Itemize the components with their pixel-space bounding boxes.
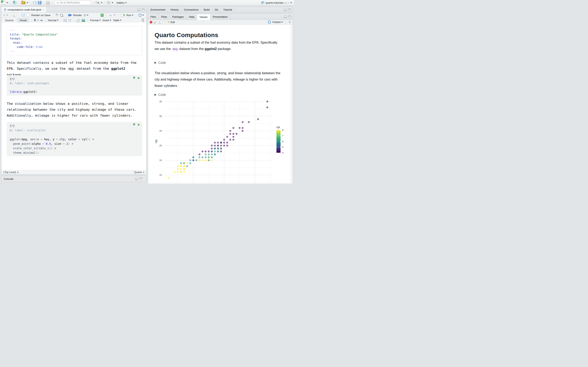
run-chunk-icon[interactable] — [138, 77, 140, 79]
editor-paragraph-1[interactable]: This dataset contains a subset of the fu… — [7, 60, 142, 78]
image-icon[interactable] — [82, 19, 85, 22]
run-all-chunks-above-icon[interactable] — [133, 77, 135, 79]
tab-build[interactable]: Build — [201, 7, 212, 12]
tab-files[interactable]: Files — [148, 14, 159, 20]
save-document-icon[interactable] — [22, 13, 25, 17]
minimize-pane-icon[interactable] — [284, 16, 287, 18]
insert-chunk-button[interactable]: +C — [101, 14, 104, 17]
panes-dropdown[interactable] — [112, 2, 113, 3]
find-replace-icon[interactable] — [60, 14, 63, 17]
code-chunk-scatterplot[interactable]: {r}#| label: scatterplot ggplot(mpg, aes… — [7, 122, 142, 156]
tab-history[interactable]: History — [168, 7, 181, 12]
save-all-button[interactable] — [38, 1, 42, 4]
italic-button[interactable]: I — [38, 19, 39, 22]
render-button[interactable]: Render — [68, 14, 82, 17]
minimize-pane-icon[interactable] — [284, 8, 287, 11]
outline-toggle-icon[interactable] — [141, 19, 144, 22]
y-axis-label: cty — [155, 140, 158, 143]
link-icon[interactable] — [76, 18, 80, 23]
data-point — [214, 145, 216, 146]
editor-visual-canvas[interactable]: ---title: "Quarto Computations"format: h… — [1, 23, 146, 170]
minimize-pane-icon[interactable] — [138, 8, 140, 11]
data-point — [211, 154, 213, 155]
maximize-pane-icon[interactable] — [142, 8, 145, 11]
run-previous-chunks-icon[interactable] — [109, 14, 112, 16]
legend-tick-label: 5 — [282, 146, 283, 148]
open-in-new-window-icon[interactable] — [13, 14, 16, 16]
maximize-pane-icon[interactable] — [139, 178, 142, 180]
print-button[interactable] — [46, 1, 50, 4]
tab-packages[interactable]: Packages — [170, 14, 186, 20]
outline-scope-selector[interactable]: (Top Level) — [3, 171, 18, 174]
code-chunk-load-packages[interactable]: {r}#| label: load-packages library(ggplo… — [7, 75, 142, 96]
addins-button[interactable]: Addins — [116, 1, 127, 4]
data-point — [205, 150, 207, 152]
version-control-button[interactable]: +− G — [95, 1, 99, 4]
clear-viewer-icon[interactable] — [154, 21, 156, 23]
new-file-button[interactable]: + — [2, 1, 5, 4]
document-title: Quarto Computations — [155, 32, 218, 39]
show-in-new-window-icon[interactable] — [159, 21, 162, 24]
data-point — [214, 150, 216, 152]
run-next-chunk-icon[interactable] — [113, 14, 116, 16]
minimize-pane-icon[interactable] — [135, 178, 138, 180]
maximize-pane-icon[interactable] — [288, 16, 291, 18]
editor-tab-title: computations-code-fold.qmd — [8, 8, 41, 11]
new-file-dropdown[interactable] — [7, 2, 8, 3]
tab-viewer[interactable]: Viewer — [197, 14, 210, 20]
tab-plots[interactable]: Plots — [159, 14, 170, 20]
version-control-dropdown[interactable] — [101, 2, 103, 3]
scope-sorter-icon — [17, 171, 18, 173]
editor-paragraph-2[interactable]: The visualization below shows a positive… — [7, 101, 141, 118]
data-point — [226, 142, 228, 143]
render-settings-button[interactable]: ⚙ — [84, 14, 88, 17]
spellcheck-icon[interactable]: ABC✓ — [56, 14, 58, 17]
numbered-list-icon[interactable]: 12 — [68, 19, 71, 22]
open-file-button[interactable] — [21, 1, 25, 4]
tab-presentation[interactable]: Presentation — [210, 14, 230, 20]
save-button[interactable] — [33, 1, 36, 4]
files-tabstrip: FilesPlotsPackagesHelpViewerPresentation — [148, 14, 293, 20]
source-publish-button[interactable] — [139, 14, 144, 17]
tab-git[interactable]: Git — [212, 7, 221, 12]
yaml-front-matter-block[interactable]: ---title: "Quarto Computations"format: h… — [7, 26, 142, 55]
new-project-button[interactable]: + — [13, 1, 17, 4]
code-format-button[interactable]: </> — [40, 19, 43, 22]
tab-environment[interactable]: Environment — [148, 7, 168, 12]
refresh-icon[interactable]: ↻ — [288, 20, 291, 24]
forward-icon[interactable] — [7, 14, 8, 16]
tab-close-icon[interactable]: ✕ — [42, 8, 44, 11]
table-menu[interactable]: Table — [113, 19, 121, 22]
edit-button[interactable]: ✎ Edit — [168, 21, 175, 24]
run-all-chunks-above-icon[interactable] — [133, 124, 135, 125]
stop-icon[interactable]: ✕ — [150, 21, 152, 24]
run-button[interactable]: Run — [121, 14, 134, 17]
back-icon[interactable] — [3, 14, 5, 16]
editor-tab[interactable]: computations-code-fold.qmd ✕ — [1, 7, 46, 12]
format-menu[interactable]: Format — [90, 19, 101, 22]
bullet-list-icon[interactable] — [64, 19, 67, 22]
inline-code: mpg — [68, 67, 75, 71]
workspace-panes-button[interactable] — [107, 1, 110, 4]
render-on-save-checkbox[interactable] — [26, 14, 30, 17]
code-fold-toggle-2[interactable]: Code — [155, 93, 166, 97]
viewer-scrollbar[interactable] — [291, 25, 293, 184]
bold-button[interactable]: B — [34, 19, 36, 22]
data-point — [242, 121, 243, 123]
project-menu[interactable]: R quarto-tutorials — ~ — [261, 1, 292, 4]
insert-menu[interactable]: Insert — [103, 19, 112, 22]
data-point — [229, 139, 231, 141]
open-recent-dropdown[interactable] — [27, 2, 28, 3]
source-mode-button[interactable]: Source — [3, 18, 16, 22]
tab-connections[interactable]: Connections — [181, 7, 201, 12]
paragraph-style-dropdown[interactable]: Normal — [48, 19, 59, 22]
file-type-selector[interactable]: Quarto — [132, 170, 146, 174]
publish-button[interactable]: Publish — [268, 21, 283, 24]
tab-tutorial[interactable]: Tutorial — [221, 7, 234, 12]
code-fold-toggle-1[interactable]: Code — [155, 61, 166, 65]
goto-file-function-input[interactable]: ↪ Go to file/function — [54, 1, 91, 5]
visual-mode-button[interactable]: Visual — [17, 18, 29, 22]
maximize-pane-icon[interactable] — [288, 8, 291, 11]
run-chunk-icon[interactable] — [138, 124, 140, 126]
tab-help[interactable]: Help — [186, 14, 197, 20]
